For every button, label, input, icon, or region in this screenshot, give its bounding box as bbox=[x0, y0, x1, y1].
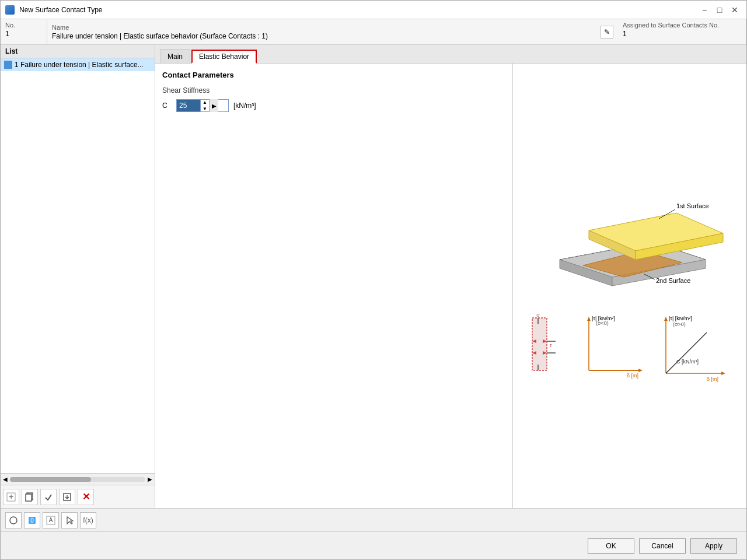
header-row: No. 1 Name Failure under tension | Elast… bbox=[1, 19, 746, 45]
chart2-svg: C [kN/m³] |τ| [kN/m²] (σ>0) δ [m] bbox=[654, 312, 730, 388]
spin-down-button[interactable]: ▼ bbox=[201, 106, 209, 112]
list-scrollbar-area[interactable]: ◀ ▶ bbox=[1, 473, 155, 485]
chart-sigma-negative: |τ| [kN/m²] (σ<0) δ [m] bbox=[577, 312, 647, 382]
list-toolbar: + ✕ bbox=[1, 485, 155, 508]
maximize-button[interactable]: □ bbox=[713, 4, 727, 16]
close-button[interactable]: ✕ bbox=[728, 4, 742, 16]
svg-text:f(x): f(x) bbox=[83, 516, 93, 524]
charts-row: σ τ bbox=[525, 312, 735, 388]
list-header: List bbox=[1, 45, 155, 58]
svg-marker-52 bbox=[67, 517, 73, 524]
bottom-btn-group: 0 A f(x) bbox=[5, 512, 96, 528]
title-bar-left: New Surface Contact Type bbox=[5, 5, 103, 15]
title-controls: − □ ✕ bbox=[697, 4, 742, 16]
apply-button[interactable]: Apply bbox=[690, 538, 737, 554]
svg-marker-31 bbox=[587, 317, 591, 321]
svg-text:δ [m]: δ [m] bbox=[707, 376, 718, 382]
cancel-button[interactable]: Cancel bbox=[639, 538, 686, 554]
check-button[interactable] bbox=[40, 489, 57, 505]
assigned-value: 1 bbox=[623, 30, 741, 38]
c-param-row: C 25 ▲ ▼ ▶ [kN/m³] bbox=[162, 99, 505, 112]
tab-main[interactable]: Main bbox=[160, 49, 190, 63]
arrow-button[interactable]: ▶ bbox=[209, 99, 218, 112]
list-panel: List 1 Failure under tension | Elastic s… bbox=[1, 45, 155, 508]
svg-text:τ: τ bbox=[550, 342, 552, 348]
diagram-container: 1st Surface 2nd Surface bbox=[522, 184, 737, 388]
title-bar: New Surface Contact Type − □ ✕ bbox=[1, 1, 746, 19]
app-icon bbox=[5, 5, 15, 15]
list-content[interactable]: 1 Failure under tension | Elastic surfac… bbox=[1, 58, 155, 473]
scroll-right-arrow[interactable]: ▶ bbox=[148, 476, 152, 482]
name-inner: Name Failure under tension | Elastic sur… bbox=[52, 24, 597, 40]
c-input-selected: 25 bbox=[177, 100, 200, 111]
no-cell: No. 1 bbox=[1, 19, 47, 44]
surface-diagram: 1st Surface 2nd Surface bbox=[530, 184, 729, 300]
add-button[interactable]: + bbox=[3, 489, 19, 505]
list-item[interactable]: 1 Failure under tension | Elastic surfac… bbox=[1, 58, 155, 71]
bottom-toolbar: 0 A f(x) bbox=[1, 508, 746, 531]
delete-button[interactable]: ✕ bbox=[78, 489, 94, 505]
list-scrollbar-track[interactable] bbox=[10, 477, 145, 482]
no-value: 1 bbox=[5, 30, 42, 38]
svg-text:A: A bbox=[49, 517, 53, 523]
contact-params-title: Contact Parameters bbox=[162, 71, 505, 79]
list-item-icon bbox=[4, 61, 12, 69]
assigned-cell: Assigned to Surface Contacts No. 1 bbox=[618, 19, 746, 44]
spin-up-button[interactable]: ▲ bbox=[201, 99, 209, 106]
svg-point-47 bbox=[10, 517, 17, 524]
c-input-field[interactable]: 25 ▲ ▼ ▶ bbox=[176, 99, 229, 112]
copy-button[interactable] bbox=[22, 489, 38, 505]
name-label: Name bbox=[52, 24, 597, 31]
list-scrollbar-thumb bbox=[10, 477, 91, 482]
svg-rect-19 bbox=[532, 318, 547, 370]
c-spin-buttons: ▲ ▼ bbox=[200, 99, 209, 112]
tab-elastic-behavior[interactable]: Elastic Behavior bbox=[191, 50, 257, 64]
tabs-row: Main Elastic Behavior bbox=[155, 45, 746, 64]
svg-line-42 bbox=[666, 332, 707, 373]
ok-button[interactable]: OK bbox=[588, 538, 634, 554]
chart1-svg: |τ| [kN/m²] (σ<0) δ [m] bbox=[577, 312, 647, 382]
tool-text-button[interactable]: A bbox=[43, 512, 59, 528]
name-input-area: Failure under tension | Elastic surface … bbox=[52, 32, 597, 40]
svg-text:|τ| [kN/m²]: |τ| [kN/m²] bbox=[669, 316, 692, 321]
svg-text:1st Surface: 1st Surface bbox=[676, 202, 709, 209]
svg-text:σ: σ bbox=[536, 312, 540, 318]
chart-sigma-positive: C [kN/m³] |τ| [kN/m²] (σ>0) δ [m] bbox=[654, 312, 730, 388]
tool-circle-button[interactable] bbox=[5, 512, 22, 528]
main-split: List 1 Failure under tension | Elastic s… bbox=[1, 45, 746, 508]
tab-content: Contact Parameters Shear Stiffness C 25 … bbox=[155, 64, 746, 508]
svg-marker-39 bbox=[664, 317, 668, 321]
no-label: No. bbox=[5, 22, 42, 29]
svg-text:δ [m]: δ [m] bbox=[627, 373, 638, 379]
minimize-button[interactable]: − bbox=[697, 4, 711, 16]
window-title: New Surface Contact Type bbox=[19, 6, 103, 14]
content-panel: Main Elastic Behavior Contact Parameters… bbox=[155, 45, 746, 508]
list-item-text: 1 Failure under tension | Elastic surfac… bbox=[15, 61, 144, 69]
c-value: 25 bbox=[179, 102, 187, 110]
shear-stiffness-label: Shear Stiffness bbox=[162, 86, 505, 94]
right-diagram: 1st Surface 2nd Surface bbox=[513, 64, 746, 508]
c-unit: [kN/m³] bbox=[233, 102, 256, 110]
import-button[interactable] bbox=[59, 489, 75, 505]
name-cell: Name Failure under tension | Elastic sur… bbox=[47, 19, 618, 44]
tool-formula-button[interactable]: f(x) bbox=[80, 512, 96, 528]
svg-text:0: 0 bbox=[30, 517, 34, 524]
c-label: C bbox=[162, 102, 172, 110]
svg-text:2nd Surface: 2nd Surface bbox=[656, 277, 690, 284]
name-value: Failure under tension | Elastic surface … bbox=[52, 32, 268, 40]
svg-text:C [kN/m³]: C [kN/m³] bbox=[676, 359, 699, 365]
svg-marker-41 bbox=[721, 372, 725, 375]
scroll-left-arrow[interactable]: ◀ bbox=[3, 476, 8, 482]
svg-text:+: + bbox=[9, 492, 13, 501]
edit-name-button[interactable]: ✎ bbox=[601, 26, 613, 38]
svg-rect-3 bbox=[26, 494, 32, 501]
assigned-label: Assigned to Surface Contacts No. bbox=[623, 22, 741, 29]
main-window: New Surface Contact Type − □ ✕ No. 1 Nam… bbox=[0, 0, 747, 560]
dialog-footer: OK Cancel Apply bbox=[1, 531, 746, 559]
left-tab-content: Contact Parameters Shear Stiffness C 25 … bbox=[155, 64, 513, 508]
svg-text:(σ>0): (σ>0) bbox=[673, 321, 686, 327]
tool-cursor-button[interactable] bbox=[61, 512, 78, 528]
tool-number-button[interactable]: 0 bbox=[24, 512, 40, 528]
surface-svg: 1st Surface 2nd Surface bbox=[530, 184, 729, 300]
stress-diagram-svg: σ τ bbox=[529, 312, 570, 382]
